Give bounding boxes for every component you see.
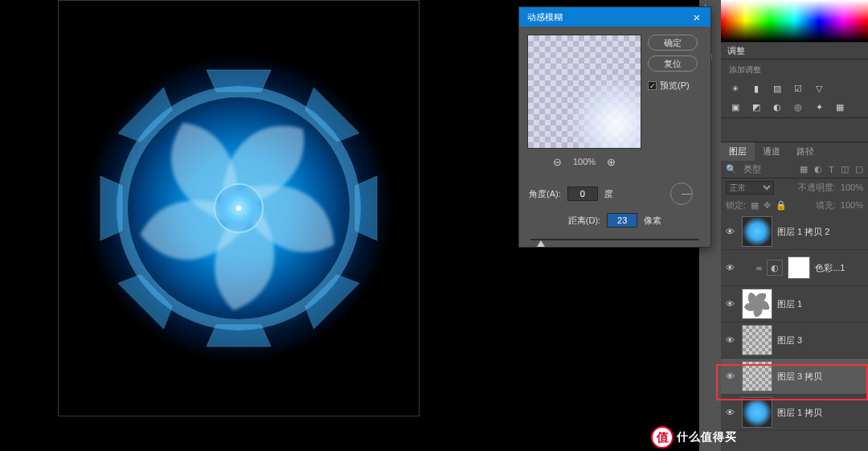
- adjustments-subtitle: 添加调整: [721, 59, 868, 80]
- adjustments-row-2: ▣◩◐◎✦▦: [721, 99, 868, 117]
- watermark: 值 什么值得买: [651, 426, 737, 449]
- levels-icon[interactable]: ▮: [750, 84, 763, 94]
- ok-button[interactable]: 确定: [648, 35, 698, 51]
- distance-label: 距离(D):: [568, 215, 600, 227]
- layer-mask-thumbnail[interactable]: [788, 256, 810, 279]
- zoom-out-icon[interactable]: ⊖: [553, 156, 562, 168]
- layer-thumbnail[interactable]: [742, 289, 772, 319]
- layers-filter-bar: 🔍 类型 ▦ ◐ T ◫ ▢: [721, 161, 868, 178]
- layer-row[interactable]: 👁 图层 3: [721, 322, 868, 359]
- link-icon[interactable]: ∞: [756, 264, 762, 273]
- layer-row[interactable]: 👁 ∞ ◐ 色彩...1: [721, 250, 868, 286]
- layer-name[interactable]: 图层 1 拷贝 2: [777, 226, 829, 238]
- layer-thumbnail[interactable]: [742, 397, 772, 428]
- distance-slider[interactable]: [530, 236, 699, 247]
- curves-icon[interactable]: ▨: [771, 84, 784, 94]
- filter-pixel-icon[interactable]: ▦: [800, 164, 808, 174]
- distance-input[interactable]: [607, 213, 637, 228]
- layers-list: 👁 图层 1 拷贝 2 👁 ∞ ◐ 色彩...1 👁 图层 1 👁 图层 3: [721, 214, 868, 451]
- tab-channels[interactable]: 通道: [755, 142, 788, 161]
- tab-layers[interactable]: 图层: [721, 142, 755, 161]
- mixer-icon[interactable]: ✦: [813, 102, 825, 113]
- blend-mode-select[interactable]: 正常: [726, 181, 774, 195]
- visibility-icon[interactable]: 👁: [723, 335, 737, 345]
- layer-row[interactable]: 👁 图层 3 拷贝: [721, 359, 868, 395]
- filter-type-icon[interactable]: T: [829, 165, 834, 174]
- opacity-value[interactable]: 100%: [841, 182, 863, 192]
- layer-name[interactable]: 图层 1 拷贝: [777, 407, 822, 419]
- lock-all-icon[interactable]: 🔒: [776, 200, 787, 211]
- layer-row[interactable]: 👁 图层 1: [721, 286, 868, 322]
- angle-label: 角度(A):: [529, 188, 561, 200]
- angle-input[interactable]: [567, 187, 598, 201]
- preview-checkbox[interactable]: ✓ 预览(P): [648, 80, 698, 92]
- reset-button[interactable]: 复位: [648, 55, 698, 72]
- brightness-icon[interactable]: ☀: [729, 84, 742, 94]
- visibility-icon[interactable]: 👁: [723, 299, 737, 309]
- watermark-badge: 值: [651, 426, 674, 449]
- color-picker[interactable]: [721, 0, 868, 42]
- balance-icon[interactable]: ◩: [750, 102, 763, 113]
- checkbox-icon: ✓: [648, 81, 657, 90]
- layer-name[interactable]: 图层 1: [777, 298, 802, 310]
- adjustments-panel-header[interactable]: 调整: [721, 42, 868, 59]
- filter-adjust-icon[interactable]: ◐: [814, 164, 822, 174]
- close-icon[interactable]: ×: [688, 8, 706, 26]
- filter-shape-icon[interactable]: ◫: [841, 164, 849, 174]
- filter-smart-icon[interactable]: ▢: [855, 164, 863, 174]
- layer-thumbnail[interactable]: [742, 216, 772, 247]
- layer-row[interactable]: 👁 图层 1 拷贝 2: [721, 214, 868, 250]
- layers-tabs: 图层 通道 路径: [721, 141, 868, 161]
- adjustments-row-1: ☀▮▨☑▽: [721, 80, 868, 99]
- bw-icon[interactable]: ◐: [771, 102, 784, 113]
- right-panel-group: 调整 添加调整 ☀▮▨☑▽ ▣◩◐◎✦▦ 图层 通道 路径 🔍 类型 ▦ ◐ T…: [721, 0, 868, 451]
- hue-icon[interactable]: ▣: [729, 102, 742, 113]
- distance-unit: 像素: [644, 215, 661, 227]
- visibility-icon[interactable]: 👁: [723, 371, 737, 381]
- lock-position-icon[interactable]: ✥: [764, 200, 771, 211]
- vibrance-icon[interactable]: ▽: [813, 84, 825, 94]
- layer-name[interactable]: 图层 3: [777, 334, 802, 346]
- visibility-icon[interactable]: 👁: [723, 263, 737, 273]
- tab-paths[interactable]: 路径: [788, 142, 822, 161]
- zoom-in-icon[interactable]: ⊕: [607, 156, 616, 168]
- angle-unit: 度: [604, 188, 613, 200]
- visibility-icon[interactable]: 👁: [723, 227, 737, 236]
- adjustment-icon[interactable]: ◐: [767, 260, 783, 276]
- exposure-icon[interactable]: ☑: [792, 84, 805, 94]
- angle-dial[interactable]: [670, 182, 693, 205]
- layer-thumbnail[interactable]: [742, 361, 772, 392]
- photo-filter-icon[interactable]: ◎: [792, 102, 805, 113]
- fill-value[interactable]: 100%: [841, 200, 863, 210]
- lut-icon[interactable]: ▦: [833, 102, 846, 113]
- layer-name[interactable]: 图层 3 拷贝: [777, 371, 822, 383]
- search-icon[interactable]: 🔍: [726, 164, 737, 174]
- lock-pixels-icon[interactable]: ▦: [751, 200, 759, 211]
- preview-thumbnail[interactable]: [527, 35, 641, 149]
- layer-thumbnail[interactable]: [742, 325, 772, 355]
- zoom-level: 100%: [573, 157, 596, 166]
- visibility-icon[interactable]: 👁: [723, 408, 737, 417]
- layer-name[interactable]: 色彩...1: [815, 262, 845, 274]
- document-frame: [58, 0, 420, 416]
- watermark-text: 什么值得买: [677, 430, 737, 445]
- layer-row[interactable]: 👁 图层 1 拷贝: [721, 395, 868, 431]
- motion-blur-dialog: 动感模糊 × ⊖ 100% ⊕ 确定 复位 ✓ 预览(P) 角度(A): 度: [518, 6, 711, 248]
- svg-point-3: [236, 206, 241, 211]
- dialog-titlebar[interactable]: 动感模糊 ×: [519, 7, 710, 27]
- dialog-title: 动感模糊: [527, 11, 563, 23]
